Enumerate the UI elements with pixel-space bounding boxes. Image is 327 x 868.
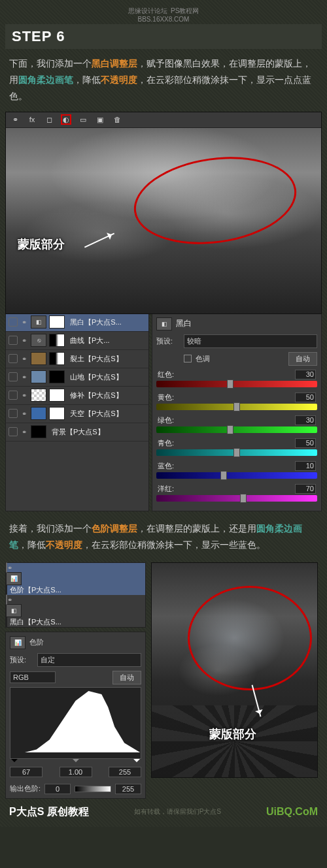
layer-name: 修补【P大点S】: [67, 391, 123, 400]
layer-row[interactable]: ⚭⎋曲线【P大...: [6, 332, 148, 350]
slider-value[interactable]: 70: [295, 484, 316, 494]
layer-panel-toolbar: ⚭ fx ◻ ◐ ▭ ▣ 🗑: [6, 112, 321, 128]
bw-icon: ◧: [156, 317, 172, 330]
link-icon[interactable]: ⚭: [20, 355, 28, 362]
visibility-icon[interactable]: [9, 427, 18, 436]
slider-label: 洋红:: [158, 484, 174, 494]
layer-thumb: [31, 389, 46, 402]
slider-track[interactable]: [156, 404, 317, 410]
output-shadow[interactable]: [44, 784, 71, 794]
color-slider-row: 绿色:30: [156, 415, 317, 433]
bw-title: 黑白: [176, 318, 192, 329]
slider-value[interactable]: 50: [295, 438, 316, 448]
layer-row[interactable]: ⚭修补【P大点S】: [6, 387, 148, 405]
slider-track[interactable]: [156, 495, 317, 502]
output-gradient[interactable]: [75, 786, 111, 792]
levels-title: 色阶: [29, 637, 44, 647]
link-icon[interactable]: ⚭: [7, 596, 12, 603]
top-credits: 思缘设计论坛 PS教程网BBS.16XX8.COM: [5, 5, 322, 24]
mask-icon[interactable]: ◻: [44, 114, 54, 125]
link-icon[interactable]: ⚭: [20, 319, 28, 326]
tint-label: 色调: [196, 354, 210, 364]
layer-name: 裂土【P大点S】: [67, 354, 123, 364]
svg-marker-0: [10, 691, 141, 753]
mask-thumb: [49, 334, 65, 347]
layer-thumb: [31, 425, 46, 438]
levels-auto-button[interactable]: 自动: [112, 671, 141, 684]
slider-track[interactable]: [156, 426, 317, 433]
fx-icon[interactable]: fx: [27, 114, 37, 125]
color-slider-row: 红色:30: [156, 370, 317, 387]
layer-row[interactable]: ⚭📊色阶【P大点S...: [6, 563, 145, 595]
mask-label-2: 蒙版部分: [209, 726, 256, 742]
layer-row[interactable]: ⚭◧黑白【P大点S...: [6, 313, 148, 332]
visibility-icon[interactable]: [9, 336, 18, 345]
link-icon[interactable]: ⚭: [20, 337, 28, 344]
channel-select[interactable]: RGB: [10, 671, 56, 683]
link-icon[interactable]: ⚭: [20, 428, 28, 436]
new-layer-icon[interactable]: ▣: [95, 114, 105, 125]
visibility-icon[interactable]: [9, 391, 18, 400]
group-icon[interactable]: ▭: [78, 114, 88, 125]
shadow-input[interactable]: [10, 767, 43, 777]
trash-icon[interactable]: 🗑: [112, 114, 122, 125]
adjustment-thumb: 📊: [6, 572, 22, 585]
slider-value[interactable]: 10: [295, 461, 316, 471]
slider-label: 黄色:: [158, 393, 174, 402]
layer-name: 山地【P大点S】: [67, 372, 123, 382]
layer-row[interactable]: ⚭山地【P大点S】: [6, 368, 148, 387]
adjustment-icon[interactable]: ◐: [61, 114, 71, 125]
slider-label: 蓝色:: [158, 461, 174, 471]
slider-label: 青色:: [158, 438, 174, 448]
slider-track[interactable]: [156, 381, 317, 387]
link-icon[interactable]: ⚭: [20, 410, 28, 417]
layer-name: 色阶【P大点S...: [7, 586, 61, 594]
layer-row[interactable]: ⚭背景【P大点S】: [6, 423, 148, 442]
highlight-input[interactable]: [109, 767, 141, 777]
visibility-icon[interactable]: [9, 354, 18, 363]
slider-track[interactable]: [156, 472, 317, 479]
levels-preset-select[interactable]: 自定: [37, 653, 141, 667]
histogram: [10, 687, 141, 759]
visibility-icon[interactable]: [9, 409, 18, 418]
link-icon[interactable]: ⚭: [20, 392, 28, 399]
layer-name: 天空【P大点S】: [67, 409, 123, 419]
adjustment-thumb: ⎋: [31, 334, 46, 347]
preview-image-2: 蒙版部分: [151, 562, 318, 778]
color-slider-row: 洋红:70: [156, 484, 317, 502]
layer-name: 背景【P大点S】: [49, 427, 105, 437]
mask-thumb: [49, 407, 65, 420]
annotation-ellipse-2: [188, 586, 312, 690]
color-slider-row: 蓝色:10: [156, 461, 317, 479]
output-highlight[interactable]: [115, 784, 141, 794]
link-icon[interactable]: ⚭: [10, 114, 20, 125]
slider-value[interactable]: 30: [295, 415, 316, 425]
layer-row[interactable]: ⚭◧黑白【P大点S...: [6, 595, 145, 627]
layer-thumb: [31, 407, 46, 420]
mask-thumb: [49, 315, 65, 329]
watermark: UiBQ.CoM: [266, 806, 318, 818]
midtone-input[interactable]: [60, 767, 92, 777]
slider-track[interactable]: [156, 449, 317, 456]
preset-select[interactable]: 较暗: [184, 334, 317, 348]
auto-button[interactable]: 自动: [288, 352, 317, 366]
visibility-icon[interactable]: [9, 317, 18, 327]
input-slider-handles[interactable]: [10, 759, 141, 765]
visibility-icon[interactable]: [9, 372, 18, 381]
slider-value[interactable]: 30: [295, 370, 316, 379]
paragraph-1: 下面，我们添加一个黑白调整层，赋予图像黑白效果，在调整层的蒙版上，用圆角柔边画笔…: [5, 53, 322, 112]
layer-row[interactable]: ⚭裂土【P大点S】: [6, 350, 148, 368]
black-white-panel: ◧ 黑白 预设: 较暗 色调 自动 红色:30黄色:50绿色:30青色:50蓝色…: [152, 313, 322, 511]
layer-name: 曲线【P大...: [67, 336, 110, 346]
link-icon[interactable]: ⚭: [7, 564, 12, 571]
slider-value[interactable]: 50: [295, 393, 316, 402]
tint-checkbox[interactable]: [184, 355, 192, 362]
layers-panel-1: ⚭◧黑白【P大点S...⚭⎋曲线【P大...⚭裂土【P大点S】⚭山地【P大点S】…: [5, 313, 149, 511]
layer-row[interactable]: ⚭天空【P大点S】: [6, 405, 148, 423]
preset-label: 预设:: [156, 336, 180, 346]
layers-panel-2: ⚭📊色阶【P大点S...⚭◧黑白【P大点S...: [5, 562, 146, 628]
link-icon[interactable]: ⚭: [20, 374, 28, 381]
slider-label: 红色:: [158, 370, 174, 379]
footer-note: 如有转载，请保留我们P大点S: [134, 807, 221, 816]
adjustment-thumb: ◧: [6, 604, 22, 617]
